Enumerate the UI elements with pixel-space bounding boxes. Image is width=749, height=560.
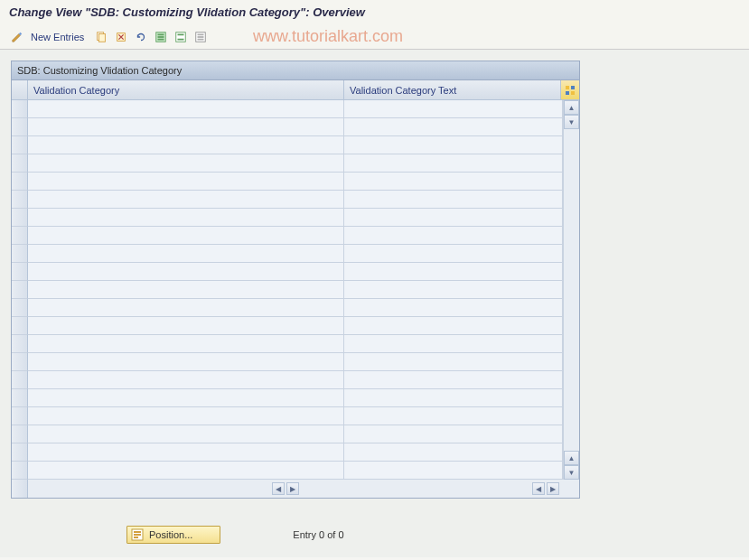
cell-validation-category-text[interactable] (344, 299, 563, 317)
cell-validation-category[interactable] (28, 299, 344, 317)
row-handle[interactable] (12, 281, 28, 299)
cell-validation-category[interactable] (28, 443, 344, 462)
row-handle[interactable] (12, 136, 28, 154)
table-body: ▲ ▼ ▲ ▼ (12, 100, 579, 480)
hscroll-right-end-icon[interactable]: ▶ (547, 482, 559, 495)
row-handle[interactable] (12, 118, 28, 136)
cell-validation-category[interactable] (28, 191, 344, 209)
row-handle[interactable] (12, 462, 28, 480)
cell-validation-category[interactable] (28, 425, 344, 443)
watermark: www.tutorialkart.com (253, 27, 403, 46)
row-handle[interactable] (12, 299, 28, 317)
cell-validation-category-text[interactable] (344, 335, 563, 353)
cell-validation-category-text[interactable] (344, 443, 563, 462)
row-handle[interactable] (12, 245, 28, 263)
row-handle[interactable] (12, 173, 28, 191)
cell-validation-category[interactable] (28, 353, 344, 371)
row-handle[interactable] (12, 317, 28, 335)
cell-validation-category[interactable] (28, 407, 344, 425)
cell-validation-category-text[interactable] (344, 191, 563, 209)
table-title: SDB: Customizing Vlidation Category (12, 61, 579, 80)
cell-validation-category-text[interactable] (344, 281, 563, 299)
table-row (12, 371, 563, 389)
new-entries-button[interactable]: New Entries (31, 32, 84, 42)
table-header-row: Validation Category Validation Category … (12, 80, 579, 100)
row-handle[interactable] (12, 389, 28, 407)
undo-icon[interactable] (133, 29, 149, 45)
cell-validation-category[interactable] (28, 118, 344, 136)
table-row (12, 100, 563, 118)
row-handle[interactable] (12, 407, 28, 425)
cell-validation-category-text[interactable] (344, 173, 563, 191)
svg-rect-17 (571, 91, 575, 95)
table-row (12, 245, 563, 263)
svg-rect-5 (158, 36, 164, 38)
cell-validation-category[interactable] (28, 136, 344, 154)
cell-validation-category-text[interactable] (344, 209, 563, 227)
select-all-icon[interactable] (153, 29, 169, 45)
row-handle[interactable] (12, 154, 28, 173)
scroll-down-icon[interactable]: ▼ (564, 115, 579, 129)
svg-rect-21 (134, 537, 138, 538)
row-handle-header[interactable] (12, 80, 28, 100)
cell-validation-category[interactable] (28, 245, 344, 263)
row-handle[interactable] (12, 263, 28, 281)
cell-validation-category-text[interactable] (344, 407, 563, 425)
cell-validation-category[interactable] (28, 154, 344, 173)
cell-validation-category-text[interactable] (344, 317, 563, 335)
cell-validation-category-text[interactable] (344, 353, 563, 371)
cell-validation-category[interactable] (28, 227, 344, 245)
vertical-scrollbar[interactable]: ▲ ▼ ▲ ▼ (563, 100, 579, 480)
row-handle[interactable] (12, 335, 28, 353)
cell-validation-category-text[interactable] (344, 425, 563, 443)
row-handle[interactable] (12, 353, 28, 371)
cell-validation-category-text[interactable] (344, 136, 563, 154)
cell-validation-category[interactable] (28, 335, 344, 353)
scroll-track[interactable] (564, 129, 579, 451)
cell-validation-category-text[interactable] (344, 154, 563, 173)
row-handle[interactable] (12, 371, 28, 389)
cell-validation-category[interactable] (28, 389, 344, 407)
cell-validation-category-text[interactable] (344, 389, 563, 407)
cell-validation-category[interactable] (28, 100, 344, 118)
row-handle[interactable] (12, 443, 28, 462)
deselect-all-icon[interactable] (192, 29, 209, 45)
cell-validation-category-text[interactable] (344, 371, 563, 389)
table-row (12, 462, 563, 480)
column-header-validation-category[interactable]: Validation Category (28, 80, 344, 100)
change-display-icon[interactable] (9, 29, 25, 45)
cell-validation-category[interactable] (28, 462, 344, 480)
cell-validation-category-text[interactable] (344, 245, 563, 263)
hscroll-right-icon[interactable]: ▶ (286, 482, 299, 495)
scroll-down-bottom-icon[interactable]: ▼ (564, 465, 579, 480)
cell-validation-category-text[interactable] (344, 118, 563, 136)
table-row (12, 209, 563, 227)
column-header-validation-category-text[interactable]: Validation Category Text (344, 80, 561, 100)
cell-validation-category[interactable] (28, 317, 344, 335)
position-button[interactable]: Position... (126, 526, 220, 544)
copy-icon[interactable] (93, 29, 109, 45)
scroll-up-icon[interactable]: ▲ (564, 100, 579, 115)
cell-validation-category[interactable] (28, 281, 344, 299)
row-handle[interactable] (12, 209, 28, 227)
select-block-icon[interactable] (173, 29, 189, 45)
table-row (12, 281, 563, 299)
hscroll-left-icon[interactable]: ◀ (272, 482, 285, 495)
cell-validation-category[interactable] (28, 371, 344, 389)
table-config-icon[interactable] (561, 80, 579, 100)
cell-validation-category[interactable] (28, 173, 344, 191)
cell-validation-category-text[interactable] (344, 462, 563, 480)
row-handle[interactable] (12, 100, 28, 118)
scroll-up-bottom-icon[interactable]: ▲ (564, 451, 579, 465)
row-handle[interactable] (12, 227, 28, 245)
cell-validation-category[interactable] (28, 209, 344, 227)
horizontal-scrollbar[interactable]: ◀ ▶ ◀ ▶ (28, 480, 563, 498)
cell-validation-category-text[interactable] (344, 227, 563, 245)
row-handle[interactable] (12, 425, 28, 443)
delete-icon[interactable] (113, 29, 129, 45)
hscroll-left-end-icon[interactable]: ◀ (532, 482, 545, 495)
cell-validation-category[interactable] (28, 263, 344, 281)
cell-validation-category-text[interactable] (344, 100, 563, 118)
row-handle[interactable] (12, 191, 28, 209)
cell-validation-category-text[interactable] (344, 263, 563, 281)
